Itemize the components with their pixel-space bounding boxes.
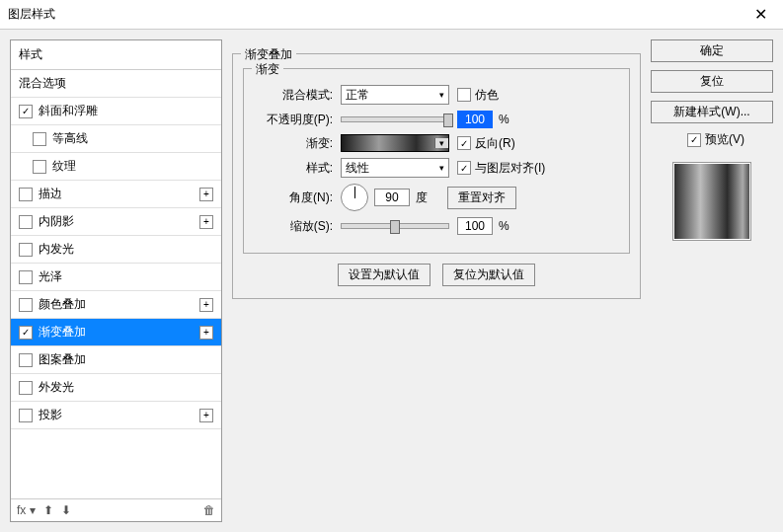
- add-instance-icon[interactable]: +: [199, 298, 213, 312]
- angle-unit: 度: [416, 190, 428, 206]
- add-instance-icon[interactable]: +: [199, 215, 213, 229]
- style-checkbox[interactable]: [19, 215, 33, 229]
- style-item-12[interactable]: 投影+: [11, 402, 221, 429]
- chevron-down-icon: ▾: [439, 90, 444, 100]
- opacity-slider[interactable]: [341, 116, 449, 122]
- style-checkbox[interactable]: [33, 132, 46, 146]
- close-button[interactable]: ✕: [745, 5, 775, 24]
- window-title: 图层样式: [8, 6, 745, 23]
- style-item-5[interactable]: 内阴影+: [11, 208, 221, 236]
- style-label: 样式:: [254, 160, 333, 177]
- style-item-label: 纹理: [52, 158, 213, 175]
- ok-button[interactable]: 确定: [651, 39, 773, 62]
- reverse-label: 反向(R): [475, 135, 515, 152]
- style-item-8[interactable]: 颜色叠加+: [11, 291, 221, 319]
- angle-label: 角度(N):: [254, 190, 333, 206]
- gradient-picker[interactable]: ▾: [341, 134, 449, 152]
- style-checkbox[interactable]: [19, 188, 33, 201]
- style-checkbox[interactable]: [19, 353, 33, 367]
- style-checkbox[interactable]: [19, 105, 33, 118]
- chevron-down-icon: ▾: [434, 138, 448, 148]
- style-item-9[interactable]: 渐变叠加+: [11, 319, 221, 346]
- opacity-input[interactable]: 100: [457, 111, 493, 128]
- style-item-0[interactable]: 混合选项: [11, 70, 221, 98]
- style-checkbox[interactable]: [19, 298, 33, 312]
- style-item-1[interactable]: 斜面和浮雕: [11, 98, 221, 125]
- preview-label: 预览(V): [705, 131, 744, 148]
- style-item-4[interactable]: 描边+: [11, 181, 221, 208]
- move-down-icon[interactable]: ⬇: [61, 503, 71, 517]
- style-item-11[interactable]: 外发光: [11, 374, 221, 402]
- dither-label: 仿色: [475, 87, 499, 104]
- style-checkbox[interactable]: [19, 326, 33, 340]
- styles-panel: 样式 混合选项斜面和浮雕等高线纹理描边+内阴影+内发光光泽颜色叠加+渐变叠加+图…: [10, 39, 222, 522]
- fx-menu[interactable]: fx ▾: [17, 503, 36, 517]
- blend-mode-label: 混合模式:: [254, 87, 333, 104]
- style-item-label: 等高线: [52, 130, 213, 147]
- preview-checkbox[interactable]: [687, 133, 701, 147]
- scale-slider[interactable]: [341, 223, 449, 229]
- style-select[interactable]: 线性▾: [341, 158, 449, 178]
- cancel-button[interactable]: 复位: [651, 70, 773, 93]
- make-default-button[interactable]: 设置为默认值: [338, 264, 431, 286]
- style-checkbox[interactable]: [19, 270, 33, 284]
- section-subtitle: 渐变: [252, 61, 283, 78]
- move-up-icon[interactable]: ⬆: [43, 503, 53, 517]
- chevron-down-icon: ▾: [439, 163, 444, 173]
- scale-label: 缩放(S):: [254, 218, 333, 235]
- style-item-2[interactable]: 等高线: [11, 125, 221, 153]
- reset-default-button[interactable]: 复位为默认值: [442, 264, 535, 286]
- style-item-label: 混合选项: [19, 75, 213, 92]
- trash-icon[interactable]: 🗑: [203, 503, 215, 517]
- style-item-label: 外发光: [39, 379, 213, 396]
- add-instance-icon[interactable]: +: [199, 409, 213, 422]
- add-instance-icon[interactable]: +: [199, 188, 213, 201]
- align-label: 与图层对齐(I): [475, 160, 545, 177]
- style-item-6[interactable]: 内发光: [11, 236, 221, 264]
- style-checkbox[interactable]: [19, 409, 33, 422]
- reverse-checkbox[interactable]: [457, 136, 471, 150]
- scale-input[interactable]: 100: [457, 217, 493, 235]
- angle-dial[interactable]: [341, 184, 368, 211]
- style-item-label: 内发光: [39, 241, 213, 258]
- angle-input[interactable]: 90: [374, 189, 410, 206]
- blend-mode-select[interactable]: 正常▾: [341, 85, 449, 105]
- preview-swatch: [672, 162, 751, 241]
- style-checkbox[interactable]: [33, 160, 46, 174]
- gradient-label: 渐变:: [254, 135, 333, 152]
- style-item-label: 光泽: [39, 268, 213, 285]
- style-item-label: 渐变叠加: [39, 324, 199, 341]
- new-style-button[interactable]: 新建样式(W)...: [651, 101, 773, 123]
- scale-unit: %: [499, 219, 509, 233]
- align-checkbox[interactable]: [457, 161, 471, 175]
- style-item-10[interactable]: 图案叠加: [11, 346, 221, 374]
- style-item-label: 图案叠加: [39, 351, 213, 368]
- dither-checkbox[interactable]: [457, 88, 471, 102]
- style-item-label: 内阴影: [39, 213, 199, 230]
- style-checkbox[interactable]: [19, 381, 33, 395]
- style-item-label: 投影: [39, 407, 199, 423]
- styles-header: 样式: [11, 40, 221, 70]
- style-item-label: 颜色叠加: [39, 296, 199, 313]
- style-checkbox[interactable]: [19, 243, 33, 257]
- style-item-label: 描边: [39, 186, 199, 202]
- opacity-unit: %: [499, 113, 509, 126]
- style-item-3[interactable]: 纹理: [11, 153, 221, 181]
- style-item-7[interactable]: 光泽: [11, 264, 221, 291]
- add-instance-icon[interactable]: +: [199, 326, 213, 340]
- style-item-label: 斜面和浮雕: [39, 103, 213, 119]
- opacity-label: 不透明度(P):: [254, 112, 333, 128]
- realign-button[interactable]: 重置对齐: [447, 187, 516, 209]
